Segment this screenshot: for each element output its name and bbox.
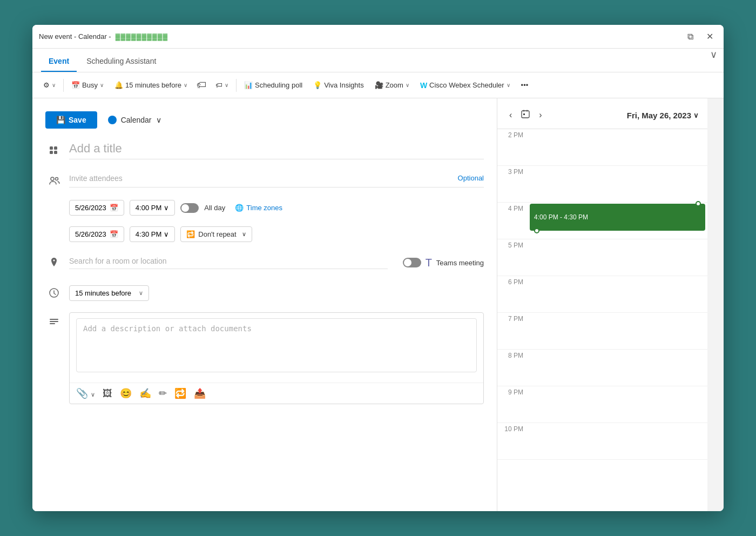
start-date-picker[interactable]: 5/26/2023 📅 — [69, 200, 124, 216]
cisco-chevron: ∨ — [507, 82, 510, 88]
title-icon — [45, 144, 63, 156]
tag-icon-button[interactable]: 🏷 — [194, 77, 209, 93]
zoom-icon: 🎥 — [375, 81, 383, 89]
time-label-7pm: 7 PM — [497, 313, 528, 323]
attendees-input[interactable] — [69, 174, 458, 183]
calendar-nav: ‹ › Fri, May 26, 2023 ∨ — [497, 98, 707, 129]
time-area-6pm — [528, 276, 707, 312]
end-date-picker[interactable]: 5/26/2023 📅 — [69, 226, 124, 242]
loop-icon: 🔁 — [174, 388, 186, 399]
export-button[interactable]: 📤 — [192, 385, 208, 401]
teams-meeting-label: Teams meeting — [436, 259, 484, 267]
timezone-label: Time zones — [246, 204, 282, 212]
time-area-3pm — [528, 166, 707, 202]
cal-next-button[interactable]: › — [536, 108, 545, 122]
scheduling-poll-button[interactable]: 📊 Scheduling poll — [240, 78, 307, 92]
busy-chevron: ∨ — [100, 82, 104, 88]
form-panel: 💾 Save Calendar ∨ — [32, 98, 497, 511]
time-area-10pm — [528, 423, 707, 459]
category-chevron: ∨ — [225, 82, 228, 88]
emoji-button[interactable]: 😊 — [118, 385, 134, 401]
more-icon: ••• — [521, 81, 529, 89]
calendar-body: 2 PM 3 PM 4 PM 4:00 PM - 4:30 PM — [497, 129, 707, 511]
signature-button[interactable]: ✍ — [137, 385, 153, 401]
calendar-name: Calendar — [121, 116, 152, 124]
start-time-picker[interactable]: 4:00 PM ∨ — [130, 200, 175, 216]
cisco-icon: W — [420, 81, 427, 90]
event-resize-bottom[interactable] — [534, 228, 539, 233]
repeat-button[interactable]: 🔁 Don't repeat ∨ — [180, 226, 252, 242]
description-row: 📎 ∨ 🖼 😊 ✍ — [45, 312, 484, 404]
zoom-chevron: ∨ — [406, 82, 409, 88]
attach-button[interactable]: 📎 ∨ — [74, 385, 97, 401]
busy-button[interactable]: 📅 Busy ∨ — [67, 78, 108, 92]
restore-button[interactable]: ⧉ — [683, 29, 698, 44]
description-icon — [45, 312, 63, 327]
calendar-selector-button[interactable]: Calendar ∨ — [104, 113, 166, 127]
event-resize-top[interactable] — [696, 201, 701, 206]
more-options-button[interactable]: ••• — [517, 78, 533, 92]
timezone-button[interactable]: 🌐 Time zones — [235, 204, 282, 212]
end-date-calendar-icon: 📅 — [110, 230, 118, 238]
save-button[interactable]: 💾 Save — [45, 111, 97, 129]
image-icon: 🖼 — [103, 388, 112, 399]
reminder-toolbar-label: 15 minutes before — [125, 81, 181, 89]
calendar-date-title[interactable]: Fri, May 26, 2023 ∨ — [627, 111, 699, 120]
end-time-picker[interactable]: 4:30 PM ∨ — [130, 226, 175, 242]
viva-insights-label: Viva Insights — [324, 81, 363, 89]
reminder-toolbar-button[interactable]: 🔔 15 minutes before ∨ — [110, 78, 192, 92]
busy-label: Busy — [82, 81, 98, 89]
start-datetime-row: 5/26/2023 📅 4:00 PM ∨ All day 🌐 Time zon… — [69, 200, 282, 216]
highlight-icon: ✏ — [159, 388, 167, 399]
start-date-calendar-icon: 📅 — [110, 204, 118, 212]
viva-insights-button[interactable]: 💡 Viva Insights — [309, 78, 368, 92]
cal-prev-button[interactable]: ‹ — [506, 108, 515, 122]
time-label-10pm: 10 PM — [497, 423, 528, 433]
time-slot-6pm: 6 PM — [497, 276, 707, 313]
calendar-chevron: ∨ — [156, 116, 161, 124]
tab-event[interactable]: Event — [41, 51, 77, 72]
event-block[interactable]: 4:00 PM - 4:30 PM — [530, 204, 705, 231]
time-area-7pm — [528, 313, 707, 349]
scheduling-poll-label: Scheduling poll — [255, 81, 302, 89]
cal-today-button[interactable] — [517, 107, 534, 123]
time-area-8pm — [528, 350, 707, 386]
location-input[interactable] — [69, 257, 388, 269]
start-date-value: 5/26/2023 — [75, 204, 106, 212]
svg-rect-10 — [522, 111, 529, 118]
optional-button[interactable]: Optional — [458, 174, 484, 182]
description-box: 📎 ∨ 🖼 😊 ✍ — [69, 312, 484, 404]
filter-button[interactable]: ⚙ ∨ — [39, 78, 60, 92]
allday-toggle[interactable] — [180, 203, 199, 213]
alarm-icon: 🔔 — [114, 81, 123, 89]
loop-button[interactable]: 🔁 — [172, 385, 188, 401]
svg-rect-2 — [50, 151, 53, 154]
viva-insights-icon: 💡 — [313, 81, 322, 89]
title-input[interactable] — [69, 142, 484, 159]
svg-rect-9 — [50, 323, 55, 324]
save-icon: 💾 — [56, 116, 65, 124]
zoom-button[interactable]: 🎥 Zoom ∨ — [370, 78, 414, 92]
save-label: Save — [69, 116, 86, 124]
teams-toggle[interactable] — [403, 258, 421, 267]
calendar-dot — [108, 116, 117, 124]
close-button[interactable]: ✕ — [702, 29, 717, 44]
description-textarea[interactable] — [76, 318, 477, 372]
svg-rect-3 — [54, 151, 57, 154]
tab-scheduling-assistant[interactable]: Scheduling Assistant — [79, 51, 164, 72]
end-datetime-row: 5/26/2023 📅 4:30 PM ∨ 🔁 Don't repeat ∨ — [69, 226, 252, 242]
image-button[interactable]: 🖼 — [100, 386, 114, 401]
start-time-value: 4:00 PM — [136, 204, 161, 212]
form-header: 💾 Save Calendar ∨ — [45, 111, 484, 129]
time-label-8pm: 8 PM — [497, 350, 528, 359]
filter-chevron: ∨ — [52, 82, 56, 88]
time-label-4pm: 4 PM — [497, 203, 528, 212]
reminder-select[interactable]: 15 minutes before ∨ — [69, 285, 149, 301]
time-area-5pm — [528, 239, 707, 276]
scroll-down-chevron[interactable]: ∨ — [710, 49, 717, 61]
teams-meeting-icon: T — [426, 257, 432, 269]
highlight-button[interactable]: ✏ — [157, 385, 169, 401]
cisco-webex-button[interactable]: W Cisco Webex Scheduler ∨ — [416, 78, 515, 92]
category-button[interactable]: 🏷 ∨ — [211, 78, 233, 92]
end-time-chevron: ∨ — [164, 230, 169, 238]
